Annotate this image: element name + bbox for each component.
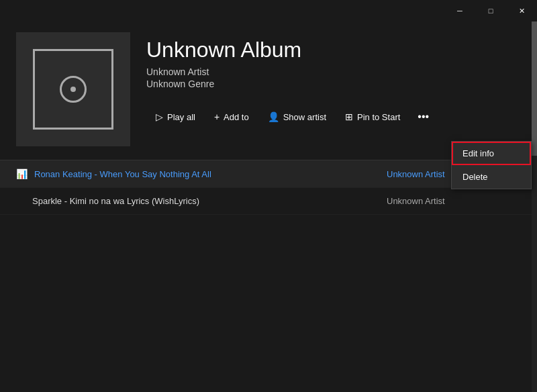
close-icon: ✕ bbox=[519, 7, 525, 15]
track-name: Ronan Keating - When You Say Nothing At … bbox=[34, 169, 387, 179]
pin-icon: ⊞ bbox=[345, 111, 353, 122]
add-to-button[interactable]: + Add to bbox=[205, 106, 258, 128]
maximize-button[interactable]: □ bbox=[475, 0, 506, 21]
action-bar: ▷ Play all + Add to 👤 Show artist ⊞ Pin … bbox=[146, 105, 521, 128]
edit-info-menu-item[interactable]: Edit info bbox=[452, 142, 531, 165]
album-art bbox=[16, 32, 130, 146]
album-art-dot bbox=[70, 87, 76, 92]
artist-icon: 👤 bbox=[268, 111, 279, 122]
play-all-button[interactable]: ▷ Play all bbox=[146, 106, 205, 128]
album-info: Unknown Album Unknown Artist Unknown Gen… bbox=[146, 32, 521, 128]
title-bar: ─ □ ✕ bbox=[0, 0, 537, 21]
play-all-label: Play all bbox=[167, 112, 195, 122]
maximize-icon: □ bbox=[489, 7, 493, 15]
table-row[interactable]: Sparkle - Kimi no na wa Lyrics (WishLyri… bbox=[0, 188, 537, 215]
track-name: Sparkle - Kimi no na wa Lyrics (WishLyri… bbox=[32, 196, 387, 206]
close-button[interactable]: ✕ bbox=[506, 0, 537, 21]
album-art-inner-circle bbox=[60, 76, 87, 103]
album-genre: Unknown Genre bbox=[146, 79, 521, 89]
show-artist-label: Show artist bbox=[283, 112, 326, 122]
more-icon: ••• bbox=[418, 111, 429, 122]
scrollbar[interactable] bbox=[532, 21, 537, 392]
show-artist-button[interactable]: 👤 Show artist bbox=[258, 106, 336, 128]
context-menu: Edit info Delete bbox=[451, 141, 532, 189]
album-title: Unknown Album bbox=[146, 38, 521, 62]
add-icon: + bbox=[214, 111, 219, 122]
add-to-label: Add to bbox=[224, 112, 249, 122]
scrollbar-thumb[interactable] bbox=[532, 21, 537, 156]
pin-to-start-button[interactable]: ⊞ Pin to Start bbox=[336, 106, 409, 128]
album-artist: Unknown Artist bbox=[146, 66, 521, 77]
header-section: Unknown Album Unknown Artist Unknown Gen… bbox=[0, 21, 537, 146]
track-artist: Unknown Artist bbox=[387, 196, 521, 206]
delete-menu-item[interactable]: Delete bbox=[452, 165, 531, 189]
now-playing-icon: 📊 bbox=[16, 168, 28, 179]
more-options-button[interactable]: ••• bbox=[409, 105, 437, 128]
minimize-icon: ─ bbox=[457, 7, 462, 15]
album-art-outer-square bbox=[33, 49, 113, 130]
play-icon: ▷ bbox=[156, 111, 163, 122]
pin-to-start-label: Pin to Start bbox=[357, 112, 400, 122]
minimize-button[interactable]: ─ bbox=[444, 0, 475, 21]
